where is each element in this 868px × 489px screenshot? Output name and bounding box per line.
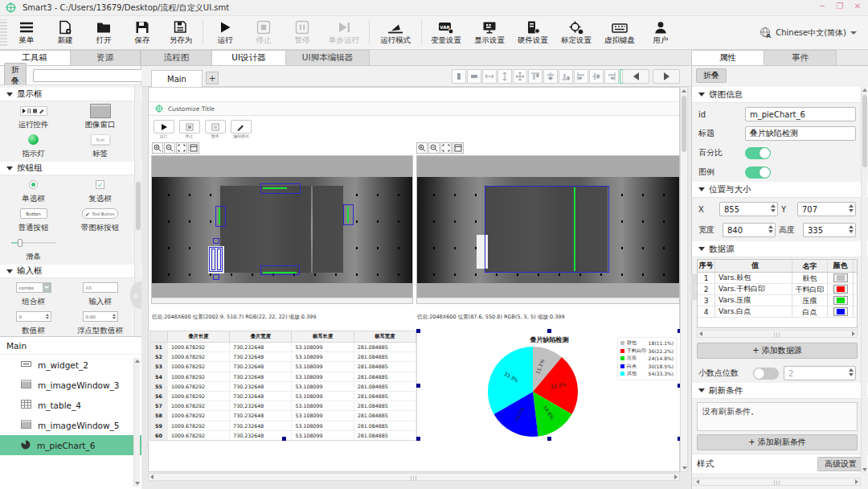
y-input[interactable]: 707 bbox=[797, 202, 856, 216]
pause-button[interactable]: 暂停 bbox=[283, 16, 321, 49]
toolbox-item[interactable]: 单选框 bbox=[0, 175, 67, 204]
toolbox-item[interactable]: Text标签 bbox=[67, 130, 133, 159]
stretch-vertical-button[interactable] bbox=[497, 69, 512, 84]
language-selector[interactable]: A Chinese中文(简体) bbox=[760, 16, 868, 49]
same-width-button[interactable] bbox=[467, 69, 481, 84]
collapse-button[interactable]: 折叠 bbox=[696, 68, 727, 83]
form-stop-button[interactable]: 停止 bbox=[178, 120, 201, 141]
align-top-button[interactable] bbox=[528, 69, 542, 84]
table-row[interactable]: 591009.678292730.23264853.108099281.0848… bbox=[150, 421, 416, 431]
panel-icon[interactable] bbox=[188, 142, 199, 154]
canvas-v-scrollbar[interactable] bbox=[680, 87, 688, 472]
open-button[interactable]: 打开 bbox=[84, 16, 123, 49]
align-right-button[interactable] bbox=[604, 69, 619, 84]
minimize-button[interactable]: ─ bbox=[817, 2, 828, 10]
table-row[interactable]: 551009.678292730.23264853.108099281.0848… bbox=[150, 382, 416, 392]
tab-ui-script-editor[interactable]: UI脚本编辑器 bbox=[286, 50, 370, 65]
table-row[interactable]: 541009.678292730.23264853.108099281.0848… bbox=[150, 372, 416, 382]
menu-button[interactable]: 菜单 bbox=[7, 16, 46, 49]
center-horizontal-button[interactable] bbox=[543, 69, 558, 84]
add-page-button[interactable]: + bbox=[206, 72, 219, 84]
image-window-1[interactable] bbox=[151, 155, 413, 304]
tree-root[interactable]: Main bbox=[0, 337, 141, 355]
table-row[interactable]: 571009.678292730.23264853.108099281.0848… bbox=[150, 401, 416, 411]
toolbox-item[interactable]: AB输入框 bbox=[67, 278, 133, 307]
data-source-row[interactable]: 3Vars.压痕压痕 bbox=[698, 295, 857, 306]
percent-toggle[interactable] bbox=[745, 147, 771, 159]
toolbox-section-header[interactable]: 输入框 bbox=[0, 265, 141, 278]
zoom-in-icon[interactable] bbox=[416, 142, 428, 154]
calibration-settings-button[interactable]: 标定设置 bbox=[555, 16, 598, 49]
toolbox-item[interactable]: 图像窗口 bbox=[67, 101, 133, 130]
legend-toggle[interactable] bbox=[745, 166, 771, 179]
center-vertical-button[interactable] bbox=[589, 69, 604, 84]
color-swatch-button[interactable] bbox=[833, 296, 848, 305]
designer-canvas[interactable]: Customize Title 运行 停止 暂停 编辑模式 bbox=[141, 87, 691, 489]
expand-button[interactable] bbox=[513, 69, 527, 84]
selection-handle[interactable] bbox=[547, 329, 551, 333]
pie-chart-widget[interactable]: 叠片缺陷检测 11.1%22.2%14.8%18.5%33.3% 鼓包18(11… bbox=[419, 331, 680, 441]
table-row[interactable]: 521009.678292730.23264853.108099281.0848… bbox=[150, 352, 416, 362]
close-button[interactable]: ✕ bbox=[852, 2, 863, 10]
data-source-row[interactable]: 1Vars.鼓包鼓包 bbox=[698, 273, 857, 284]
image1-h-scrollbar[interactable] bbox=[152, 298, 412, 303]
zoom-out-icon[interactable] bbox=[428, 142, 440, 154]
toolbox-item[interactable]: 运行控件 bbox=[0, 101, 67, 130]
new-button[interactable]: 新建 bbox=[46, 16, 84, 49]
designed-form[interactable]: Customize Title 运行 停止 暂停 编辑模式 bbox=[148, 87, 680, 472]
same-height-button[interactable] bbox=[452, 69, 466, 84]
fit-view-icon[interactable] bbox=[440, 142, 452, 154]
image2-h-scrollbar[interactable] bbox=[417, 298, 679, 303]
tree-item[interactable]: m_pieChart_6 bbox=[0, 435, 141, 455]
width-input[interactable]: 840 bbox=[723, 223, 776, 237]
table-row[interactable]: 531009.678292730.23264853.108099281.0848… bbox=[150, 362, 416, 372]
table-row[interactable]: 561009.678292730.23264853.108099281.0848… bbox=[150, 392, 416, 401]
toolbox-section-header[interactable]: 按钮组 bbox=[0, 162, 141, 175]
tab-resources[interactable]: 资源 bbox=[71, 50, 141, 65]
run-button[interactable]: 运行 bbox=[206, 16, 244, 49]
decimal-places-input[interactable]: 2 bbox=[784, 366, 856, 380]
image-window-2[interactable] bbox=[416, 155, 680, 304]
save-as-button[interactable]: 另存为 bbox=[162, 16, 200, 49]
id-input[interactable]: m_pieChart_6 bbox=[745, 107, 856, 121]
form-edit-mode-button[interactable]: 编辑模式 bbox=[229, 120, 252, 141]
zoom-in-icon[interactable] bbox=[152, 142, 163, 154]
fit-view-icon[interactable] bbox=[176, 142, 187, 154]
section-refresh-condition[interactable]: 刷新条件 bbox=[692, 383, 868, 399]
page-next-button[interactable] bbox=[653, 69, 680, 84]
selection-handle[interactable] bbox=[547, 437, 551, 441]
selection-handle[interactable] bbox=[416, 329, 420, 333]
toolbox-item[interactable]: Tool Button带图标按钮 bbox=[67, 204, 133, 233]
chart-title-input[interactable]: 叠片缺陷检测 bbox=[745, 126, 856, 141]
selection-handle[interactable] bbox=[416, 384, 420, 388]
run-mode-button[interactable]: 运行模式 bbox=[372, 16, 419, 49]
hardware-settings-button[interactable]: 硬件设置 bbox=[511, 16, 555, 49]
align-bottom-button[interactable] bbox=[559, 69, 573, 84]
section-pie-info[interactable]: 饼图信息 bbox=[692, 87, 868, 103]
form-run-button[interactable]: 运行 bbox=[152, 120, 175, 141]
toolbox-item[interactable]: ✓复选框 bbox=[67, 175, 133, 204]
advanced-settings-button[interactable]: 高级设置 bbox=[817, 457, 864, 471]
display-settings-button[interactable]: 显示设置 bbox=[468, 16, 511, 49]
variable-settings-button[interactable]: VAR 变量设置 bbox=[424, 16, 468, 49]
right-panel-scrollbar[interactable] bbox=[861, 87, 867, 473]
decimal-places-toggle[interactable] bbox=[753, 368, 779, 380]
data-source-table[interactable]: 序号值名字颜色1Vars.鼓包鼓包2Vars.干料白印干料白印3Vars.压痕压… bbox=[697, 259, 858, 328]
data-source-h-scrollbar[interactable]: ||| bbox=[697, 330, 858, 338]
table-row[interactable]: 511009.678292730.23264853.108099281.0848… bbox=[150, 343, 416, 352]
stretch-horizontal-button[interactable] bbox=[482, 69, 497, 84]
form-pause-button[interactable]: 暂停 bbox=[203, 120, 227, 141]
toolbox-item[interactable]: combo组合框 bbox=[0, 278, 67, 307]
step-run-button[interactable]: 单步运行 bbox=[321, 16, 366, 49]
zoom-out-icon[interactable] bbox=[164, 142, 175, 154]
add-refresh-condition-button[interactable]: + 添加刷新条件 bbox=[697, 434, 858, 450]
table-row[interactable]: 581009.678292730.23264853.108099281.0848… bbox=[150, 411, 416, 421]
tree-item[interactable]: m_widget_2 bbox=[0, 355, 141, 375]
color-swatch-button[interactable] bbox=[833, 285, 848, 294]
virtual-keyboard-button[interactable]: 虚拟键盘 bbox=[598, 16, 641, 49]
toolbox-item[interactable]: 0数值框 bbox=[0, 307, 67, 336]
restore-button[interactable]: ❐ bbox=[834, 2, 845, 10]
tab-flowchart[interactable]: 流程图 bbox=[141, 50, 212, 65]
x-input[interactable]: 855 bbox=[719, 202, 778, 216]
data-source-row[interactable]: 4Vars.白点白点 bbox=[698, 306, 857, 318]
